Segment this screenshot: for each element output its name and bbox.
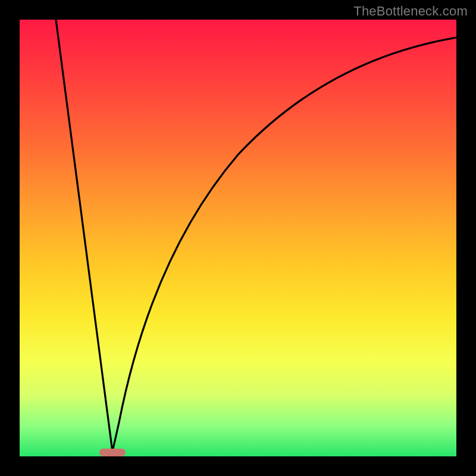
watermark-text: TheBottleneck.com <box>353 4 468 19</box>
chart-frame: TheBottleneck.com <box>0 0 476 476</box>
gradient-plot-area <box>20 20 456 456</box>
optimum-marker <box>99 449 126 456</box>
